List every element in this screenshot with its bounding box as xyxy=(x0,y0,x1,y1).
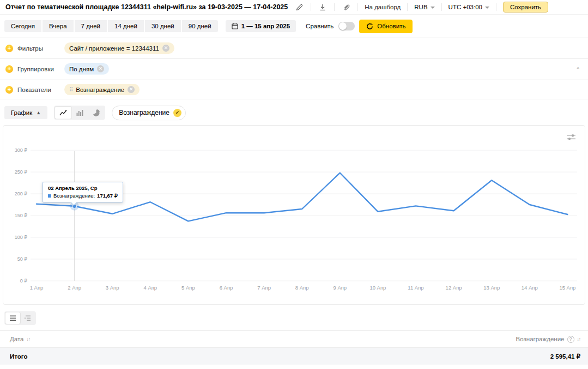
flat-list-icon[interactable] xyxy=(5,312,20,324)
add-metric-button[interactable]: + Показатели xyxy=(5,86,60,94)
dashboard-link[interactable]: На дашборд xyxy=(365,4,401,10)
plus-icon: + xyxy=(5,45,13,52)
date-preset-2[interactable]: 7 дней xyxy=(75,20,107,32)
bar-chart-icon[interactable] xyxy=(71,107,88,119)
line-chart-icon[interactable] xyxy=(55,107,71,119)
close-icon[interactable]: ✕ xyxy=(128,86,135,93)
x-tick-label: 9 Апр xyxy=(333,285,347,291)
x-tick-label: 13 Апр xyxy=(483,285,500,291)
divider xyxy=(334,3,335,11)
tooltip-date: 02 Апрель 2025, Ср xyxy=(48,185,118,191)
table-total-row: Итого 2 595,41 ₽ xyxy=(0,348,588,365)
date-range-button[interactable]: 1 — 15 апр 2025 xyxy=(226,20,296,32)
divider xyxy=(311,3,311,11)
y-tick-label: 200 ₽ xyxy=(15,191,28,196)
chart-card: 0 ₽50 ₽100 ₽150 ₽200 ₽250 ₽300 ₽1 Апр2 А… xyxy=(3,125,585,305)
currency-value: RUB xyxy=(414,4,427,10)
tooltip-value: 171,67 ₽ xyxy=(97,193,118,199)
chart-type-switcher xyxy=(54,106,105,120)
date-preset-5[interactable]: 90 дней xyxy=(182,20,218,32)
report-table: Дата ↓↑ Вознаграждение ? ↓↑ Итого 2 595,… xyxy=(0,330,588,365)
add-filter-button[interactable]: + Фильтры xyxy=(5,45,60,52)
y-tick-label: 300 ₽ xyxy=(15,147,28,153)
sort-arrows-icon[interactable]: ↓↑ xyxy=(26,336,30,342)
metric-pill-label: Вознаграждение xyxy=(119,109,169,116)
download-icon[interactable] xyxy=(318,2,328,12)
filters-row: + Фильтры Сайт / приложение = 12344311 ✕ xyxy=(0,38,588,59)
x-tick-label: 14 Апр xyxy=(522,285,538,291)
y-tick-label: 50 ₽ xyxy=(17,256,28,262)
x-tick-label: 2 Апр xyxy=(68,285,81,291)
refresh-label: Обновить xyxy=(377,23,405,29)
graph-collapse-button[interactable]: График ▲ xyxy=(4,106,47,119)
question-circle-icon[interactable]: ? xyxy=(567,336,574,343)
chart-tooltip: 02 Апрель 2025, Ср Вознаграждение: 171,6… xyxy=(43,182,123,202)
compare-toggle[interactable] xyxy=(338,22,355,30)
total-label: Итого xyxy=(10,353,27,360)
chart-controls: График ▲ Вознаграждение ✔ xyxy=(0,100,588,125)
x-tick-label: 15 Апр xyxy=(559,285,575,291)
plus-icon: + xyxy=(5,65,13,73)
metric-chip-reward[interactable]: ⠿ Вознаграждение ✕ xyxy=(64,84,140,95)
metric-column-header[interactable]: Вознаграждение ? ↓↑ xyxy=(516,336,580,343)
drag-handle-icon[interactable]: ⠿ xyxy=(69,87,72,93)
edit-icon[interactable] xyxy=(294,2,304,12)
x-tick-label: 1 Апр xyxy=(30,285,44,291)
date-preset-3[interactable]: 14 дней xyxy=(108,20,144,32)
collapse-panel-chevron-icon[interactable]: ⌃ xyxy=(576,66,580,72)
topbar-actions: На дашборд RUB UTC +03:00 Сохранить xyxy=(294,2,548,13)
y-tick-label: 250 ₽ xyxy=(15,169,28,175)
table-view-toggle-wrap xyxy=(0,305,588,330)
x-tick-label: 5 Апр xyxy=(181,285,195,291)
plus-icon: + xyxy=(5,86,13,94)
refresh-button[interactable]: Обновить xyxy=(359,20,413,33)
metrics-label: Показатели xyxy=(17,87,51,93)
divider xyxy=(407,3,408,11)
close-icon[interactable]: ✕ xyxy=(162,45,169,52)
filter-chip-site[interactable]: Сайт / приложение = 12344311 ✕ xyxy=(64,42,174,54)
x-tick-label: 8 Апр xyxy=(295,285,309,291)
metric-header-label: Вознаграждение xyxy=(516,336,565,342)
grouping-chip-by-days[interactable]: По дням ✕ xyxy=(64,63,109,75)
tooltip-series-label: Вознаграждение: xyxy=(53,193,95,199)
divider xyxy=(441,3,442,11)
date-preset-0[interactable]: Сегодня xyxy=(4,20,41,32)
x-tick-label: 4 Апр xyxy=(143,285,157,291)
date-header-label: Дата xyxy=(10,336,23,342)
date-preset-4[interactable]: 30 дней xyxy=(145,20,181,32)
y-tick-label: 150 ₽ xyxy=(15,213,28,218)
close-icon[interactable]: ✕ xyxy=(97,65,104,72)
sort-arrows-icon[interactable]: ↓↑ xyxy=(577,336,581,342)
total-value: 2 595,41 ₽ xyxy=(550,353,580,360)
revenue-chart-svg[interactable]: 0 ₽50 ₽100 ₽150 ₽200 ₽250 ₽300 ₽1 Апр2 А… xyxy=(3,126,585,304)
date-column-header[interactable]: Дата ↓↑ xyxy=(10,336,30,342)
chevron-up-icon: ▲ xyxy=(36,110,41,115)
chevron-down-icon xyxy=(431,7,435,9)
chevron-down-icon xyxy=(485,7,489,9)
groupings-row: + Группировки По дням ✕ ⌃ xyxy=(0,59,588,79)
metric-visibility-pill[interactable]: Вознаграждение ✔ xyxy=(112,106,186,120)
add-grouping-button[interactable]: + Группировки xyxy=(5,65,60,73)
date-range-value: 1 — 15 апр 2025 xyxy=(241,23,290,29)
metric-chip-text: Вознаграждение xyxy=(76,87,124,93)
x-tick-label: 10 Апр xyxy=(369,285,386,291)
currency-dropdown[interactable]: RUB xyxy=(414,4,434,10)
save-button[interactable]: Сохранить xyxy=(503,2,548,13)
date-preset-1[interactable]: Вчера xyxy=(43,20,73,32)
tree-list-icon[interactable] xyxy=(20,312,35,324)
table-header-row: Дата ↓↑ Вознаграждение ? ↓↑ xyxy=(0,331,588,348)
calendar-icon xyxy=(232,23,238,29)
x-tick-label: 11 Апр xyxy=(408,285,423,291)
chart-settings-sliders-icon[interactable] xyxy=(566,133,576,143)
pie-chart-icon[interactable] xyxy=(88,107,104,119)
check-icon: ✔ xyxy=(173,109,181,117)
groupings-label: Группировки xyxy=(17,66,54,72)
timezone-dropdown[interactable]: UTC +03:00 xyxy=(448,4,489,10)
report-topbar: Отчет по тематической площадке 12344311 … xyxy=(0,0,588,15)
timezone-value: UTC +03:00 xyxy=(448,4,482,10)
series-color-dot xyxy=(48,194,51,198)
divider xyxy=(357,3,358,11)
paperclip-icon[interactable] xyxy=(341,2,351,12)
filters-label: Фильтры xyxy=(17,45,43,52)
y-tick-label: 100 ₽ xyxy=(15,235,28,240)
